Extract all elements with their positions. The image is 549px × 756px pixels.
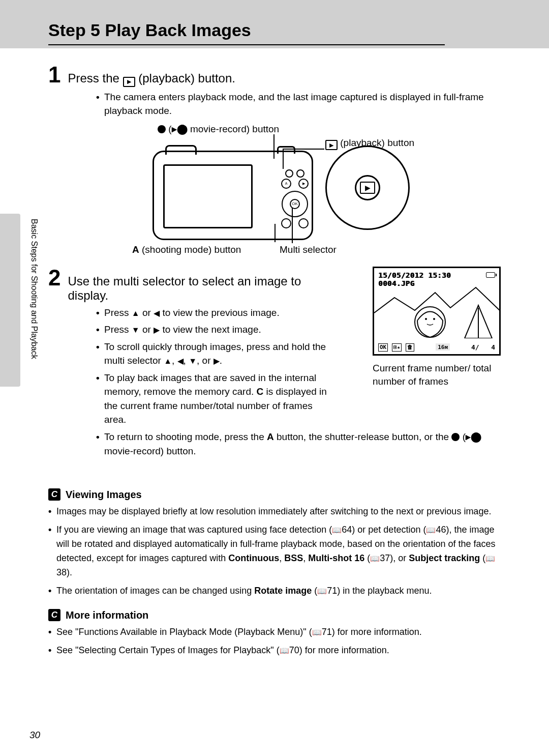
b5-paren: ( [460,431,466,442]
left-arrow-icon: ◀ [154,309,160,317]
step-2-title: Use the multi selector to select an imag… [68,274,333,303]
b3s2: , [184,355,189,366]
b3s1: , [172,355,177,366]
book-icon: 📖 [332,524,342,536]
battery-icon [486,272,495,278]
step-1-title-post: (playback) button. [138,71,235,85]
vb2-r3: ( [364,553,370,563]
multi-selector-label: Multi selector [280,244,337,255]
viewing-bullet-1: Images may be displayed briefly at low r… [48,505,501,519]
movie-record-label: (▸⬤ movie-record) button [158,123,279,135]
lcd-caption: Current frame number/ total number of fr… [373,362,501,389]
step-2-bullet-3: To scroll quickly through images, press … [96,340,333,368]
camera-small-button [296,169,304,178]
vb2-bold1: Continuous [228,553,279,563]
frame-sep: / [475,343,479,351]
camera-button [298,218,309,228]
b1-mid: or [140,307,154,318]
vb2-r3b: 37), or [380,553,409,563]
book-icon: 📖 [317,585,327,597]
camera-small-button [285,169,293,178]
c-icon: C [257,386,264,397]
step-1-number: 1 [48,64,60,86]
zoom-badge: ⊞★ [392,343,402,352]
step-2-bullet-4: To play back images that are saved in th… [96,371,333,427]
camera-screen [163,164,253,228]
book-icon: 📖 [280,645,289,656]
vb2-s1: , [279,553,284,563]
more-bullet-2: See "Selecting Certain Types of Images f… [48,644,501,658]
vb3-pre: The orientation of images can be changed… [56,586,254,596]
viewing-images-note: C Viewing Images Images may be displayed… [48,488,501,658]
a-icon: A [267,431,274,442]
header-band: Step 5 Play Back Images [0,0,549,48]
vb2-pre: If you are viewing an image that was cap… [56,525,332,535]
step-1-title: Press the ▶ (playback) button. [68,71,235,87]
camera-button [281,218,291,228]
vb3-ref: 71) in the playback menu. [327,586,432,596]
playback-detail-inner: ▶ [355,175,380,200]
left-arrow-icon: ◀ [177,357,184,365]
book-icon: 📖 [312,626,322,638]
note-icon: C [48,488,60,501]
multi-selector-icon: OK [282,191,308,217]
camera-zoom-lever [277,146,295,154]
trash-badge: 🗑 [406,343,414,352]
movie-record-text: movie-record) button [188,124,280,134]
camera-controls: A ▶ OK [281,169,309,228]
down-arrow-icon: ▼ [189,357,197,365]
frame-total: 4 [491,343,495,351]
camera-shutter [165,145,197,155]
svg-point-3 [425,318,427,320]
step-1-bullet: The camera enters playback mode, and the… [96,90,501,118]
record-dot-icon [158,125,166,133]
vb2-r4: ( [480,553,485,563]
viewing-bullet-2: If you are viewing an image that was cap… [48,523,501,580]
side-tab-bg [0,214,20,387]
movie-record-glyph: ▸⬤ [172,123,188,135]
playback-icon: ▶ [123,77,135,87]
b5-post: movie-record) button. [104,446,196,456]
up-arrow-icon: ▲ [164,357,172,365]
b1-post: to view the previous image. [160,307,280,318]
vb2-s2: , [303,553,308,563]
step-2-number: 2 [48,267,60,289]
vb2-bold3: Multi-shot 16 [308,553,364,563]
book-icon: 📖 [485,553,495,564]
mb1-post: 71) for more information. [322,627,422,637]
mb2-post: 70) for more information. [289,645,389,655]
more-bullet-1: See "Functions Available in Playback Mod… [48,625,501,639]
sample-image-illustration [374,282,501,338]
camera-diagram: (▸⬤ movie-record) button ▶ (playback) bu… [127,123,422,255]
record-dot-icon [451,433,460,441]
vb2-r1: 64) or pet detection ( [342,525,426,535]
camera-body: A ▶ OK [152,151,313,240]
vb3-post: ( [312,586,317,596]
frame-counter: 4/ 4 [471,343,495,351]
b3or: , or [197,355,214,366]
step-1: 1 Press the ▶ (playback) button. The cam… [48,64,501,255]
camera-button: ▶ [298,179,309,189]
section-side-label: Basic Steps for Shooting and Playback [29,219,39,359]
mode-badge: 16м [436,343,450,351]
right-arrow-icon: ▶ [214,357,220,365]
movie-record-glyph: ▸⬤ [466,430,481,444]
b2-post: to view the next image. [160,324,261,335]
b2-pre: Press [104,324,132,335]
b2-mid: or [140,324,154,335]
step-2-bullet-1: Press ▲ or ◀ to view the previous image. [96,306,333,320]
step-1-title-pre: Press the [68,71,123,85]
right-arrow-icon: ▶ [154,326,160,334]
b5-mid: button, the shutter-release button, or t… [274,431,452,442]
shooting-mode-text: (shooting mode) button [139,244,241,255]
step-2: 2 Use the multi selector to select an im… [48,267,501,458]
lcd-preview: 15/05/2012 15:30 0004.JPG OK [373,267,501,389]
playback-detail-circle: ▶ [325,146,410,230]
mb1-pre: See "Functions Available in Playback Mod… [56,627,312,637]
shooting-mode-label: A (shooting mode) button [132,244,241,255]
lcd-screen: 15/05/2012 15:30 0004.JPG OK [373,267,501,356]
down-arrow-icon: ▼ [132,326,140,334]
playback-icon: ▶ [360,182,375,194]
book-icon: 📖 [370,553,380,564]
shooting-mode-a: A [132,244,139,255]
